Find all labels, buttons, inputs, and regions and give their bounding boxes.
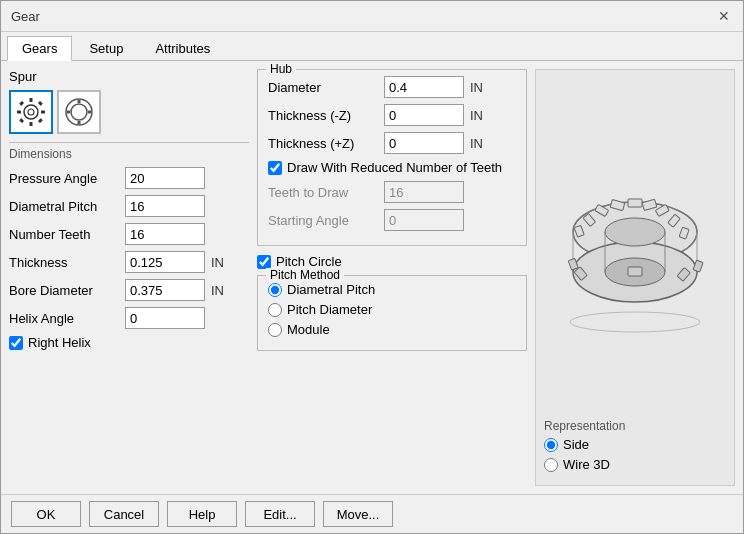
tab-bar: Gears Setup Attributes [1,32,743,61]
right-panel: Representation Side Wire 3D [535,69,735,486]
hub-diameter-row: Diameter IN [268,76,516,98]
thickness-unit: IN [211,255,224,270]
pitch-method-group: Pitch Method Diametral Pitch Pitch Diame… [257,275,527,351]
hub-thickness-neg-label: Thickness (-Z) [268,108,378,123]
help-button[interactable]: Help [167,501,237,527]
starting-angle-label: Starting Angle [268,213,378,228]
ring-gear-icon [63,96,95,128]
radio-side-row: Side [544,437,726,452]
hub-thickness-pos-input[interactable] [384,132,464,154]
side-radio[interactable] [544,438,558,452]
radio-pitch-diameter-row: Pitch Diameter [268,302,516,317]
diametral-pitch-input[interactable] [125,195,205,217]
side-radio-label: Side [563,437,589,452]
thickness-label: Thickness [9,255,119,270]
hub-thickness-pos-label: Thickness (+Z) [268,136,378,151]
tab-setup[interactable]: Setup [74,36,138,60]
left-panel: Spur [9,69,249,486]
svg-rect-14 [67,111,70,114]
thickness-row: Thickness IN [9,251,249,273]
pitch-circle-row: Pitch Circle [257,254,527,269]
draw-reduced-row: Draw With Reduced Number of Teeth [268,160,516,175]
pressure-angle-input[interactable] [125,167,205,189]
svg-rect-12 [78,100,81,103]
title-bar: Gear ✕ [1,1,743,32]
tab-attributes[interactable]: Attributes [140,36,225,60]
bore-diameter-row: Bore Diameter IN [9,279,249,301]
diametral-pitch-label: Diametral Pitch [9,199,119,214]
module-radio-label: Module [287,322,330,337]
svg-rect-15 [88,111,91,114]
hub-thickness-neg-input[interactable] [384,104,464,126]
dialog-body: Spur [1,61,743,494]
number-teeth-label: Number Teeth [9,227,119,242]
hub-group: Hub Diameter IN Thickness (-Z) IN Thickn… [257,69,527,246]
hub-diameter-unit: IN [470,80,483,95]
middle-panel: Hub Diameter IN Thickness (-Z) IN Thickn… [257,69,527,486]
spur-gear-icon-btn[interactable] [9,90,53,134]
draw-reduced-checkbox[interactable] [268,161,282,175]
svg-point-16 [570,312,700,332]
svg-rect-8 [19,118,24,123]
gear-3d-preview-svg [548,147,723,347]
dimensions-section-label: Dimensions [9,142,249,161]
close-button[interactable]: ✕ [715,7,733,25]
pitch-diameter-radio[interactable] [268,303,282,317]
pitch-circle-checkbox[interactable] [257,255,271,269]
draw-reduced-label: Draw With Reduced Number of Teeth [287,160,502,175]
svg-rect-31 [628,267,642,276]
representation-label: Representation [544,419,726,433]
bore-diameter-unit: IN [211,283,224,298]
svg-rect-33 [568,258,578,270]
hub-thickness-pos-unit: IN [470,136,483,151]
pressure-angle-label: Pressure Angle [9,171,119,186]
right-helix-checkbox[interactable] [9,336,23,350]
helix-angle-row: Helix Angle [9,307,249,329]
move-button[interactable]: Move... [323,501,393,527]
starting-angle-row: Starting Angle [268,209,516,231]
gear-icon-group [9,90,249,134]
pitch-diameter-radio-label: Pitch Diameter [287,302,372,317]
svg-point-0 [24,105,38,119]
number-teeth-row: Number Teeth [9,223,249,245]
svg-rect-9 [38,118,43,123]
dialog-title: Gear [11,9,40,24]
hub-thickness-neg-row: Thickness (-Z) IN [268,104,516,126]
svg-point-1 [28,109,34,115]
teeth-to-draw-label: Teeth to Draw [268,185,378,200]
spur-gear-icon [15,96,47,128]
hub-diameter-input[interactable] [384,76,464,98]
svg-point-11 [71,104,87,120]
wire3d-radio[interactable] [544,458,558,472]
hub-diameter-label: Diameter [268,80,378,95]
pitch-circle-label: Pitch Circle [276,254,342,269]
svg-rect-2 [30,98,33,102]
ok-button[interactable]: OK [11,501,81,527]
number-teeth-input[interactable] [125,223,205,245]
hub-group-title: Hub [266,62,296,76]
representation-section: Representation Side Wire 3D [544,419,726,477]
svg-rect-4 [17,111,21,114]
diametral-pitch-radio[interactable] [268,283,282,297]
bore-diameter-input[interactable] [125,279,205,301]
cancel-button[interactable]: Cancel [89,501,159,527]
tab-gears[interactable]: Gears [7,36,72,61]
edit-button[interactable]: Edit... [245,501,315,527]
teeth-to-draw-input [384,181,464,203]
hub-thickness-pos-row: Thickness (+Z) IN [268,132,516,154]
thickness-input[interactable] [125,251,205,273]
wire3d-radio-label: Wire 3D [563,457,610,472]
spur-label: Spur [9,69,249,84]
svg-rect-3 [30,122,33,126]
ring-gear-icon-btn[interactable] [57,90,101,134]
starting-angle-input [384,209,464,231]
module-radio[interactable] [268,323,282,337]
svg-rect-32 [693,260,703,272]
dialog-footer: OK Cancel Help Edit... Move... [1,494,743,533]
svg-rect-22 [628,199,642,207]
right-helix-row: Right Helix [9,335,249,350]
radio-diametral-pitch-row: Diametral Pitch [268,282,516,297]
helix-angle-input[interactable] [125,307,205,329]
gear-dialog: Gear ✕ Gears Setup Attributes Spur [0,0,744,534]
gear-preview [544,78,726,415]
